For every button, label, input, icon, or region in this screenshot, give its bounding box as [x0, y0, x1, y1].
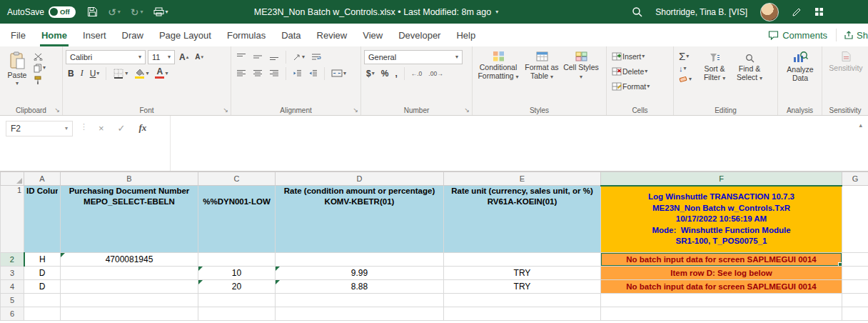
collapse-formula-bar-icon[interactable]: ▴: [859, 121, 862, 129]
column-header-a[interactable]: A: [24, 172, 61, 186]
column-header-g[interactable]: G: [842, 172, 868, 186]
avatar[interactable]: [760, 3, 779, 21]
percent-style-button[interactable]: %: [379, 68, 391, 79]
cell-a3[interactable]: D: [24, 267, 61, 280]
dialog-launcher-icon[interactable]: ↘: [464, 106, 470, 114]
cell-e3[interactable]: TRY: [444, 267, 601, 280]
borders-button[interactable]: ▾: [111, 67, 130, 80]
decrease-decimal-button[interactable]: .00→: [426, 69, 445, 78]
dialog-launcher-icon[interactable]: ↘: [353, 106, 358, 114]
number-format-select[interactable]: General ▾: [364, 50, 463, 64]
cell-g4[interactable]: [842, 280, 868, 294]
tab-formulas[interactable]: Formulas: [219, 24, 273, 46]
cell-f4[interactable]: No batch input data for screen SAPLMEGUI…: [601, 280, 842, 294]
cell-c6[interactable]: [198, 307, 276, 321]
copy-button[interactable]: ▾: [31, 63, 48, 74]
tab-insert[interactable]: Insert: [75, 24, 114, 46]
cell-c1[interactable]: %%DYN001-LOW: [198, 186, 276, 253]
cell-c4[interactable]: 20: [198, 280, 276, 294]
increase-font-button[interactable]: A▴: [177, 51, 191, 63]
cell-f6[interactable]: [601, 307, 842, 321]
analyze-data-button[interactable]: Analyze Data: [781, 49, 819, 82]
enter-button[interactable]: ✓: [118, 123, 126, 134]
cell-g3[interactable]: [842, 267, 868, 280]
fill-color-button[interactable]: ▾: [132, 67, 151, 79]
apps-button[interactable]: [814, 7, 824, 16]
sort-filter-button[interactable]: Sort & Filter ▾: [697, 51, 732, 81]
cell-a5[interactable]: [24, 294, 61, 307]
dialog-launcher-icon[interactable]: ↘: [223, 106, 228, 114]
delete-cells-button[interactable]: Delete▾: [610, 66, 650, 76]
cell-g1[interactable]: [842, 186, 868, 253]
dialog-launcher-icon[interactable]: ↘: [54, 106, 60, 114]
sensitivity-button[interactable]: Sensitivity: [825, 49, 867, 72]
cell-f5[interactable]: [601, 294, 842, 307]
cell-c2[interactable]: [198, 253, 276, 267]
cell-d6[interactable]: [276, 307, 444, 321]
cell-g2[interactable]: [842, 253, 868, 267]
tab-data[interactable]: Data: [273, 24, 308, 46]
tab-page-layout[interactable]: Page Layout: [151, 24, 219, 46]
cell-f1[interactable]: Log Winshuttle TRANSACTION 10.7.3 ME23N_…: [601, 186, 842, 253]
font-size-select[interactable]: 11 ▾: [148, 50, 175, 64]
row-header-1[interactable]: 1: [1, 186, 24, 253]
quick-print-button[interactable]: ▾: [153, 7, 168, 16]
align-left-button[interactable]: [234, 69, 248, 78]
cut-button[interactable]: [31, 52, 48, 61]
cell-b3[interactable]: [61, 267, 198, 280]
increase-indent-button[interactable]: [306, 69, 320, 78]
clear-button[interactable]: ▾: [677, 75, 694, 84]
decrease-font-button[interactable]: A▾: [193, 52, 206, 61]
row-header-6[interactable]: 6: [1, 307, 24, 321]
row-header-3[interactable]: 3: [1, 267, 24, 280]
cell-d5[interactable]: [276, 294, 444, 307]
find-select-button[interactable]: Find & Select ▾: [732, 51, 767, 81]
cell-g5[interactable]: [842, 294, 868, 307]
cell-e1[interactable]: Rate unit (currency, sales unit, or %) R…: [444, 186, 601, 253]
align-bottom-button[interactable]: [267, 52, 281, 61]
select-all-button[interactable]: [1, 172, 24, 186]
autosum-button[interactable]: Σ▾: [677, 51, 694, 62]
align-center-button[interactable]: [251, 69, 265, 78]
cell-g6[interactable]: [842, 307, 868, 321]
cell-b4[interactable]: [61, 280, 198, 294]
cell-e6[interactable]: [444, 307, 601, 321]
cell-a6[interactable]: [24, 307, 61, 321]
column-header-e[interactable]: E: [444, 172, 601, 186]
cell-styles-button[interactable]: Cell Styles ▾: [562, 49, 600, 80]
formula-input[interactable]: [170, 116, 868, 171]
cell-f2[interactable]: No batch input data for screen SAPLMEGUI…: [601, 253, 842, 267]
align-middle-button[interactable]: [251, 52, 265, 61]
cell-b1[interactable]: Purchasing Document Number MEPO_SELECT-E…: [61, 186, 198, 253]
row-header-5[interactable]: 5: [1, 294, 24, 307]
increase-decimal-button[interactable]: ←.0: [409, 69, 425, 78]
cell-c3[interactable]: 10: [198, 267, 276, 280]
format-cells-button[interactable]: Format▾: [610, 81, 652, 91]
column-header-d[interactable]: D: [276, 172, 444, 186]
comments-button[interactable]: Comments: [761, 30, 834, 41]
accounting-format-button[interactable]: $▾: [364, 68, 377, 79]
undo-button[interactable]: ↺▾: [108, 6, 121, 18]
bold-button[interactable]: B: [66, 68, 76, 79]
share-button[interactable]: Sh: [838, 30, 868, 41]
wrap-text-button[interactable]: [309, 52, 323, 61]
format-as-table-button[interactable]: Format as Table ▾: [521, 49, 562, 80]
column-header-c[interactable]: C: [198, 172, 276, 186]
cell-e5[interactable]: [444, 294, 601, 307]
cell-e4[interactable]: TRY: [444, 280, 601, 294]
cell-e2[interactable]: [444, 253, 601, 267]
cell-c5[interactable]: [198, 294, 276, 307]
paste-button[interactable]: Paste ▾: [3, 49, 31, 86]
column-header-b[interactable]: B: [61, 172, 198, 186]
cell-b6[interactable]: [61, 307, 198, 321]
tab-help[interactable]: Help: [448, 24, 483, 46]
font-color-button[interactable]: A▾: [153, 67, 170, 79]
redo-button[interactable]: ↻▾: [131, 6, 143, 18]
decrease-indent-button[interactable]: [291, 69, 304, 78]
tab-review[interactable]: Review: [309, 24, 355, 46]
format-painter-button[interactable]: [31, 75, 48, 86]
tab-home[interactable]: Home: [34, 24, 75, 46]
name-box[interactable]: F2 ▾: [6, 121, 73, 136]
orientation-button[interactable]: ▾: [291, 52, 307, 62]
align-right-button[interactable]: [267, 69, 281, 78]
